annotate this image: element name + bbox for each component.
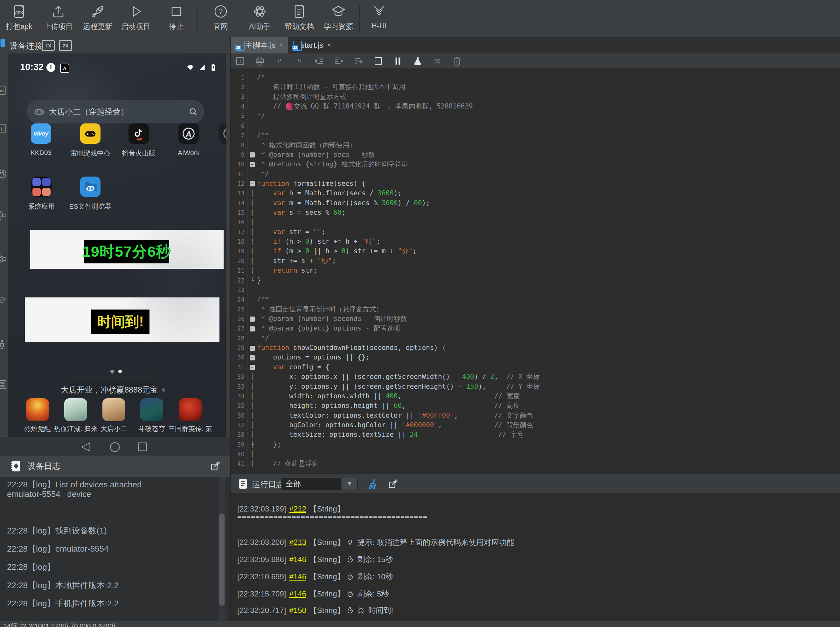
editor-toolbar-trash-icon[interactable]	[450, 55, 464, 67]
device-log-list[interactable]: 22:28【log】List of devices attached emula…	[0, 477, 230, 621]
game-icon[interactable]	[26, 398, 49, 421]
tab-close-icon[interactable]: ×	[327, 41, 331, 49]
code-line: 39├ };	[231, 440, 840, 449]
clear-log-icon[interactable]	[367, 477, 380, 490]
code-token: showCountdownFloat(seconds, options) {	[289, 344, 446, 351]
grid-box-icon[interactable]	[0, 379, 8, 390]
wifi-icon[interactable]	[0, 295, 8, 306]
tab-close-icon[interactable]: ×	[279, 41, 283, 49]
fold-marker[interactable]: −	[247, 353, 257, 362]
fold-marker[interactable]: −	[247, 159, 257, 169]
fold-marker[interactable]: −	[247, 314, 257, 323]
code-token: 提供多种倒计时显示方式	[257, 93, 347, 101]
game-icon[interactable]	[140, 398, 163, 421]
toolbar-button-upload[interactable]: 上传项目	[38, 3, 79, 35]
code-line: 32│ x: options.x || (screen.getScreenWid…	[231, 372, 840, 381]
toolbar-button-ai[interactable]: AI助手	[239, 3, 280, 35]
app-icon-leidian[interactable]	[80, 123, 101, 144]
fold-marker: │	[247, 382, 257, 391]
fold-box-icon[interactable]: −	[250, 365, 255, 370]
device-log-scrollbar-thumb[interactable]	[219, 514, 225, 606]
app-icon-vivoy[interactable]: vivoy	[31, 123, 51, 144]
toolbar-button-rocket[interactable]: 远程更新	[77, 3, 118, 35]
run-log-type: 【String】	[310, 606, 345, 614]
hierarchy-icon[interactable]	[0, 210, 8, 221]
device-screen-mirror[interactable]: 10:32 i A 大店小二（穿越经营） 19时	[8, 54, 227, 437]
device-log-expand-icon[interactable]	[210, 461, 221, 471]
app-icon-partial[interactable]: A	[219, 123, 227, 144]
nav-back-button[interactable]: ◁	[81, 438, 90, 454]
fold-box-icon[interactable]: −	[250, 317, 255, 321]
editor-toolbar-print-icon[interactable]	[253, 55, 267, 67]
fold-box-icon[interactable]: −	[250, 162, 255, 167]
search-bar[interactable]: 大店小二（穿越经营）	[27, 100, 204, 123]
run-log-ref-link[interactable]: #146	[289, 555, 306, 564]
run-log-expand-icon[interactable]	[388, 479, 398, 489]
editor-toolbar-cmt-icon[interactable]: /*	[272, 55, 286, 67]
run-log-list[interactable]: [22:32:03.199]#212【String】==============…	[231, 493, 840, 621]
run-log-ref-link[interactable]: #213	[289, 538, 306, 547]
zoom-1x-button[interactable]: 1X	[42, 40, 55, 51]
fold-marker[interactable]: −	[247, 150, 257, 159]
run-log-ref-link[interactable]: #150	[289, 606, 306, 614]
toolbar-button-grad[interactable]: 学习资源	[318, 3, 359, 35]
fold-box-icon[interactable]: −	[250, 181, 255, 186]
run-log-type: 【String】	[310, 572, 345, 581]
search-icon[interactable]	[188, 107, 198, 117]
game-icon[interactable]	[64, 398, 87, 421]
zoom-2x-button[interactable]: 2X	[59, 40, 72, 51]
usb-cable-icon[interactable]	[0, 339, 8, 351]
editor-toolbar-uncmt-icon[interactable]: */	[292, 55, 306, 67]
tab-main-script[interactable]: JS 主脚本.js ×	[231, 36, 288, 54]
script-file-icon[interactable]: L	[0, 123, 8, 134]
banner-close-icon[interactable]: ×	[161, 386, 166, 394]
toolbar-button-play[interactable]: 启动项目	[115, 3, 156, 35]
fold-marker[interactable]: −	[247, 362, 257, 372]
editor-toolbar-indent-icon[interactable]	[332, 55, 346, 67]
palette-icon[interactable]	[0, 168, 8, 180]
toolbar-button-doc[interactable]: 帮助文档	[278, 3, 320, 35]
toolbar-button-apk[interactable]: APK打包apk	[0, 3, 40, 35]
fold-box-icon[interactable]: −	[250, 355, 255, 361]
editor-toolbar-pause-icon[interactable]	[391, 55, 405, 67]
editor-toolbar-fmt-icon[interactable]	[351, 55, 365, 67]
run-log-ref-link[interactable]: #146	[289, 572, 306, 581]
fold-box-icon[interactable]: −	[250, 152, 255, 158]
app-icon-sysfolder[interactable]	[31, 176, 52, 197]
run-log-row: [22:32:05.686]#146【String】剩余: 15秒	[237, 555, 393, 565]
app-icon-douyin[interactable]	[129, 123, 149, 144]
log-filter-dropdown-button[interactable]: ▼	[341, 478, 357, 490]
app-icon-es[interactable]: ES	[80, 176, 101, 197]
editor-toolbar-add-icon[interactable]	[233, 55, 247, 67]
editor-toolbar-stop2-icon[interactable]	[371, 55, 385, 67]
code-token: /*	[257, 74, 265, 81]
run-log-ref-link[interactable]: #146	[289, 589, 306, 598]
fold-marker[interactable]: −	[247, 179, 257, 188]
tab-start-script[interactable]: JS start.js ×	[288, 36, 335, 54]
game-icon[interactable]	[102, 398, 125, 421]
fold-marker[interactable]: −	[247, 343, 257, 353]
toolbar-button-question[interactable]: ?官网	[200, 3, 241, 35]
fold-box-icon[interactable]: −	[250, 326, 255, 331]
line-number: 32	[231, 372, 247, 381]
line-number: 25	[231, 304, 247, 314]
nav-home-button[interactable]: ○	[109, 438, 121, 454]
editor-toolbar-outdent-icon[interactable]	[312, 55, 326, 67]
fold-marker[interactable]: −	[247, 323, 257, 333]
hierarchy-icon[interactable]	[0, 253, 8, 265]
toolbar-button-label: 上传项目	[44, 22, 73, 32]
game-icon[interactable]	[179, 398, 201, 421]
promo-banner[interactable]: 大店开业，冲榜赢8888元宝 ×	[68, 382, 158, 397]
run-log-ref-link[interactable]: #212	[289, 504, 306, 513]
bottom-status-bar: 14行 22.2(1001.1708). (0.000.0.6700)	[0, 621, 840, 627]
log-filter-select[interactable]: 全部	[282, 478, 341, 490]
fold-box-icon[interactable]: −	[250, 346, 255, 351]
app-icon-aiwork[interactable]: A	[178, 123, 199, 144]
apk-file-icon[interactable]: PK	[0, 85, 8, 96]
editor-toolbar-varx-icon[interactable]: [X]	[430, 55, 444, 67]
code-editor[interactable]: 1/*2 倒计时工具函数 - 可直接在其他脚本中调用3 提供多种倒计时显示方式4…	[231, 68, 840, 471]
toolbar-button-hui[interactable]: H-UI	[359, 3, 400, 35]
editor-toolbar-flask-icon[interactable]	[411, 55, 425, 67]
toolbar-button-stop[interactable]: 停止	[156, 3, 197, 35]
nav-recents-button[interactable]: □	[137, 438, 148, 454]
